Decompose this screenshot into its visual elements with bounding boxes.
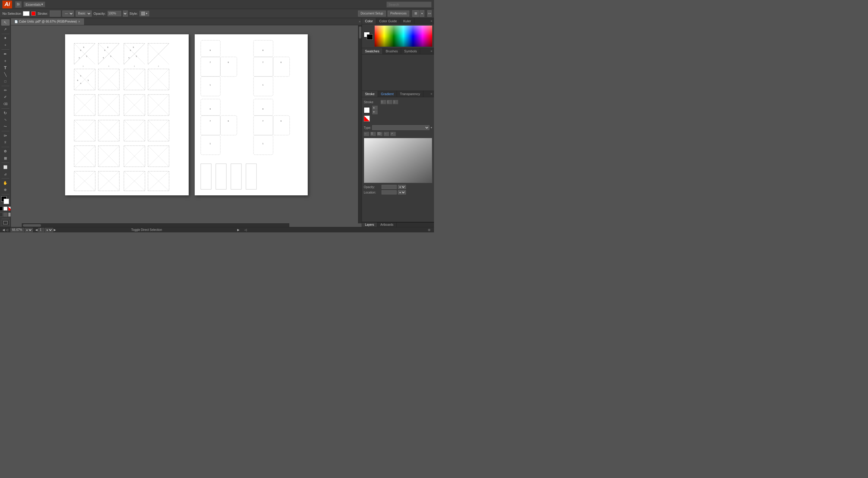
tab-close-button[interactable]: ✕ bbox=[78, 20, 81, 23]
color-guide-tab[interactable]: Color Guide bbox=[376, 18, 400, 24]
gradient-swatch[interactable] bbox=[8, 206, 11, 211]
vertical-scroll-thumb[interactable] bbox=[359, 27, 361, 38]
opacity-input[interactable] bbox=[107, 11, 121, 16]
swatches-tab[interactable]: Swatches bbox=[362, 48, 383, 54]
grad-delete[interactable]: ⌦ bbox=[377, 132, 382, 136]
canvas-area[interactable]: 📄 Cube Units .pdf* @ 66.67% (RGB/Preview… bbox=[11, 18, 362, 227]
grad-save[interactable]: ☰ bbox=[370, 132, 376, 136]
view-mode-3[interactable] bbox=[8, 212, 11, 217]
preferences-button[interactable]: Preferences bbox=[388, 10, 409, 16]
selection-tool[interactable]: ↖ bbox=[1, 19, 10, 26]
zoom-tool[interactable]: ⊕ bbox=[1, 186, 10, 193]
magic-wand-tool[interactable]: ✦ bbox=[1, 35, 10, 41]
direct-selection-tool[interactable]: ↗ bbox=[1, 26, 10, 33]
opacity-unit-select[interactable]: ▾ bbox=[123, 10, 128, 16]
artboard-tool[interactable]: ⬜ bbox=[1, 164, 10, 170]
eraser-tool[interactable]: ⌫ bbox=[1, 101, 10, 107]
stroke-red-swatch[interactable] bbox=[364, 115, 370, 122]
add-anchor-tool[interactable]: + bbox=[1, 58, 10, 64]
color-spectrum[interactable] bbox=[375, 26, 432, 47]
pen-tool[interactable]: ✒ bbox=[1, 51, 10, 57]
pages-container: 9 4 5 6 9 4 5 6 bbox=[59, 28, 314, 201]
rotate-tool[interactable]: ↻ bbox=[1, 110, 10, 116]
workspace-selector[interactable]: Essentials ▾ bbox=[24, 1, 45, 7]
grad-none[interactable]: → bbox=[384, 132, 389, 136]
stroke-panel-collapse[interactable]: ≡ bbox=[429, 93, 434, 95]
arrange-button[interactable]: ⊞ bbox=[412, 10, 419, 17]
bg-swatch[interactable] bbox=[367, 34, 373, 40]
stroke-profile-select[interactable]: Basic bbox=[76, 10, 92, 16]
view-mode-1[interactable] bbox=[0, 212, 3, 217]
opacity-unit-select[interactable]: ▾ bbox=[398, 185, 406, 189]
search-input[interactable] bbox=[386, 1, 432, 7]
nav-left2-button[interactable]: ◁ bbox=[6, 228, 8, 232]
stroke-color-indicator[interactable] bbox=[31, 11, 36, 15]
fill-color-box[interactable] bbox=[23, 11, 30, 16]
opacity-value-input[interactable] bbox=[381, 185, 397, 189]
vertical-scrollbar[interactable] bbox=[358, 25, 362, 224]
stroke-align-inside[interactable]: ┤ bbox=[387, 100, 392, 104]
stroke-weight-up[interactable]: ▲ bbox=[372, 106, 378, 110]
toggle-left-button[interactable]: ◁ bbox=[244, 228, 247, 232]
view-mode-2[interactable] bbox=[3, 212, 7, 217]
style-selector[interactable]: ▾ bbox=[140, 11, 149, 16]
gradient-type-select[interactable] bbox=[372, 125, 430, 130]
white-swatch[interactable] bbox=[3, 206, 7, 211]
background-color[interactable] bbox=[4, 199, 9, 204]
kuler-tab[interactable]: Kuler bbox=[400, 18, 414, 24]
gradient-tab[interactable]: Gradient bbox=[378, 91, 397, 97]
artboards-tab[interactable]: Artboards bbox=[377, 223, 397, 227]
page-input[interactable] bbox=[38, 228, 44, 232]
none-indicator[interactable] bbox=[0, 206, 3, 211]
chart-tool[interactable]: ▦ bbox=[1, 155, 10, 161]
grad-reverse[interactable]: ↔ bbox=[364, 132, 369, 136]
slice-tool[interactable]: ⊿ bbox=[1, 171, 10, 177]
transparency-tab[interactable]: Transparency bbox=[397, 91, 424, 97]
toggle-direct-icon[interactable]: ▶ bbox=[237, 228, 240, 232]
page-select[interactable]: ▾ bbox=[45, 228, 53, 232]
arrange-dropdown[interactable]: ▾ bbox=[420, 10, 424, 17]
warp-tool[interactable]: 〜 bbox=[1, 124, 10, 130]
stroke-tab[interactable]: Stroke bbox=[362, 91, 378, 97]
stroke-align-center[interactable]: ┼ bbox=[381, 100, 386, 104]
brushes-tab[interactable]: Brushes bbox=[383, 48, 401, 54]
horizontal-scrollbar[interactable] bbox=[22, 224, 289, 227]
svg-text:5: 5 bbox=[136, 56, 137, 57]
paintbrush-tool[interactable]: ✏ bbox=[1, 87, 10, 94]
panel-right-toggle[interactable]: » bbox=[359, 20, 361, 23]
symbols-tab[interactable]: Symbols bbox=[401, 48, 420, 54]
panel-collapse-button[interactable]: >> bbox=[427, 10, 432, 17]
rectangle-tool[interactable]: □ bbox=[1, 78, 10, 84]
eyedropper-tool[interactable]: ⌲ bbox=[1, 132, 10, 139]
prev-page-button[interactable]: ◀ bbox=[35, 228, 38, 232]
grad-angle[interactable]: ↗ bbox=[390, 132, 396, 136]
stroke-style-select[interactable]: — bbox=[62, 10, 74, 16]
color-tab[interactable]: Color bbox=[362, 18, 376, 24]
pencil-tool[interactable]: ✐ bbox=[1, 94, 10, 100]
zoom-select[interactable]: ▾ bbox=[25, 228, 33, 232]
nav-left-button[interactable]: ◀ bbox=[2, 228, 5, 232]
stroke-weight-down[interactable]: ▼ bbox=[372, 110, 378, 114]
hand-tool[interactable]: ✋ bbox=[1, 180, 10, 186]
scroll-thumb[interactable] bbox=[23, 224, 41, 227]
bridge-button[interactable]: Br bbox=[15, 1, 22, 8]
layers-tab[interactable]: Layers bbox=[362, 223, 377, 227]
zoom-input[interactable] bbox=[10, 228, 24, 232]
line-tool[interactable]: ╲ bbox=[1, 71, 10, 78]
swatches-panel-collapse[interactable]: ≡ bbox=[429, 50, 434, 53]
next-page-button[interactable]: ▶ bbox=[54, 228, 56, 232]
screen-mode-button[interactable] bbox=[1, 220, 10, 226]
document-setup-button[interactable]: Document Setup bbox=[358, 10, 386, 16]
location-unit-select[interactable]: ▾ bbox=[398, 190, 406, 195]
stroke-white-swatch[interactable] bbox=[364, 107, 370, 113]
scale-tool[interactable]: ⤡ bbox=[1, 117, 10, 123]
location-value-input[interactable] bbox=[381, 190, 397, 195]
text-tool[interactable]: T bbox=[1, 64, 10, 71]
color-panel-collapse[interactable]: ≡ bbox=[429, 20, 434, 23]
document-tab[interactable]: 📄 Cube Units .pdf* @ 66.67% (RGB/Preview… bbox=[11, 19, 84, 25]
blend-tool[interactable]: ⧖ bbox=[1, 139, 10, 146]
stroke-align-outside[interactable]: ├ bbox=[393, 100, 398, 104]
stroke-weight-input[interactable] bbox=[50, 10, 61, 16]
lasso-tool[interactable]: ⌖ bbox=[1, 42, 10, 48]
symbol-sprayer-tool[interactable]: ✿ bbox=[1, 148, 10, 155]
